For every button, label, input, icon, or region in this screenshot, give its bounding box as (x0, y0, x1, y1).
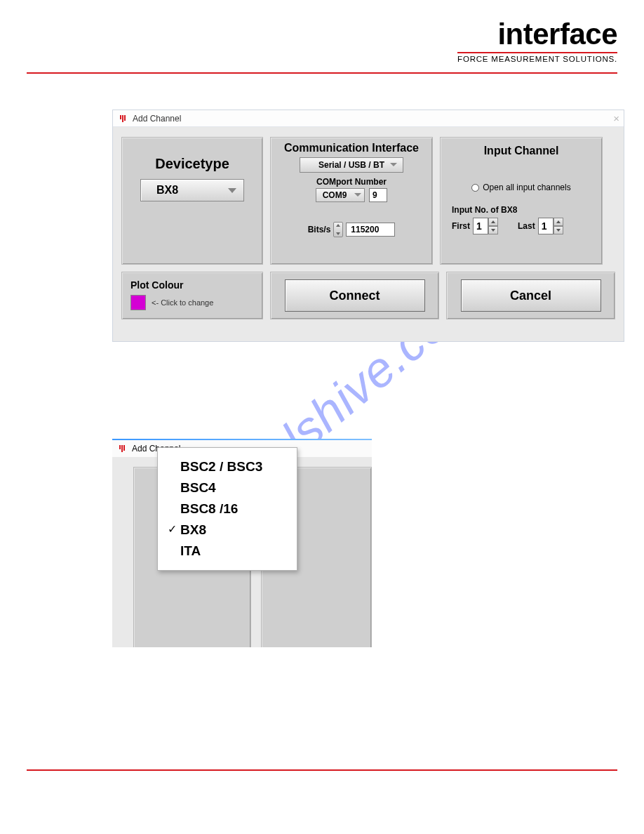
arrow-up-icon (556, 220, 561, 223)
arrow-up-icon (491, 220, 495, 223)
devicetype-value: BX8 (156, 184, 178, 197)
input-channel-title: Input Channel (441, 138, 602, 157)
connect-button[interactable]: Connect (285, 279, 425, 312)
chevron-down-icon (354, 193, 361, 197)
open-all-radio[interactable] (471, 184, 479, 192)
comport-number-field[interactable]: 9 (369, 188, 387, 202)
serial-combo-value: Serial / USB / BT (318, 160, 384, 170)
first-label: First (452, 221, 470, 231)
cancel-button[interactable]: Cancel (461, 279, 601, 312)
window-body: Devicetype BX8 Communication Interface S… (113, 127, 624, 341)
last-spin-buttons[interactable] (554, 218, 563, 234)
first-stepper[interactable]: 1 (473, 218, 488, 234)
devicetype-dropdown: BSC2 / BSC3 BSC4 BSC8 /16 BX8 ITA (157, 447, 297, 571)
devicetype-combo[interactable]: BX8 (140, 179, 244, 201)
first-spin-buttons[interactable] (488, 218, 498, 234)
dropdown-item-selected[interactable]: BX8 (168, 519, 290, 541)
devicetype-panel: Devicetype BX8 (121, 137, 263, 265)
bits-value: 115200 (351, 225, 379, 234)
last-stepper[interactable]: 1 (538, 218, 554, 234)
dropdown-item[interactable]: BSC8 /16 (168, 498, 290, 519)
plot-colour-swatch[interactable] (130, 295, 146, 310)
dropdown-item[interactable]: BSC4 (168, 477, 290, 498)
bits-field[interactable]: 115200 (346, 223, 395, 237)
open-all-label: Open all input channels (483, 183, 570, 192)
window-titlebar: Add Channel × (113, 110, 624, 127)
window-title: Add Channel (133, 114, 181, 124)
communication-title: Communication Interface (271, 138, 432, 154)
connect-panel: Connect (270, 272, 439, 319)
bits-knob[interactable] (333, 222, 343, 237)
divider-bottom (27, 769, 617, 771)
cancel-label: Cancel (510, 289, 551, 303)
app-icon (116, 444, 128, 454)
last-value: 1 (542, 220, 547, 232)
divider-top (27, 72, 617, 74)
bits-label: Bits/s (308, 225, 331, 234)
plot-colour-hint: <- Click to change (152, 298, 213, 307)
connect-label: Connect (330, 289, 380, 303)
chevron-down-icon (228, 188, 236, 193)
communication-panel: Communication Interface Serial / USB / B… (270, 137, 433, 265)
app-icon (117, 114, 128, 124)
comport-label: COMport Number (271, 177, 432, 187)
comport-value: COM9 (323, 190, 347, 200)
brand-word: interface (457, 20, 617, 49)
input-number-label: Input No. of BX8 (452, 205, 602, 215)
serial-combo[interactable]: Serial / USB / BT (300, 157, 403, 173)
dropdown-item[interactable]: ITA (168, 541, 290, 562)
last-label: Last (518, 221, 535, 231)
brand-underline (457, 52, 617, 53)
add-channel-window: Add Channel × Devicetype BX8 Communicati… (112, 110, 624, 342)
cancel-panel: Cancel (446, 272, 615, 319)
first-value: 1 (476, 220, 482, 232)
close-icon[interactable]: × (613, 113, 619, 124)
brand-tagline: FORCE MEASUREMENT SOLUTIONS. (457, 55, 617, 63)
arrow-down-icon (556, 229, 561, 232)
chevron-down-icon (390, 163, 397, 166)
page-header: interface FORCE MEASUREMENT SOLUTIONS. (457, 20, 617, 63)
plot-colour-panel: Plot Colour <- Click to change (121, 272, 263, 319)
input-channel-panel: Input Channel Open all input channels In… (440, 137, 603, 265)
comport-number-value: 9 (373, 190, 377, 200)
comport-combo[interactable]: COM9 (316, 188, 365, 202)
dropdown-item[interactable]: BSC2 / BSC3 (168, 456, 290, 477)
plot-colour-title: Plot Colour (130, 279, 254, 291)
devicetype-title: Devicetype (122, 156, 262, 172)
arrow-down-icon (491, 229, 495, 232)
